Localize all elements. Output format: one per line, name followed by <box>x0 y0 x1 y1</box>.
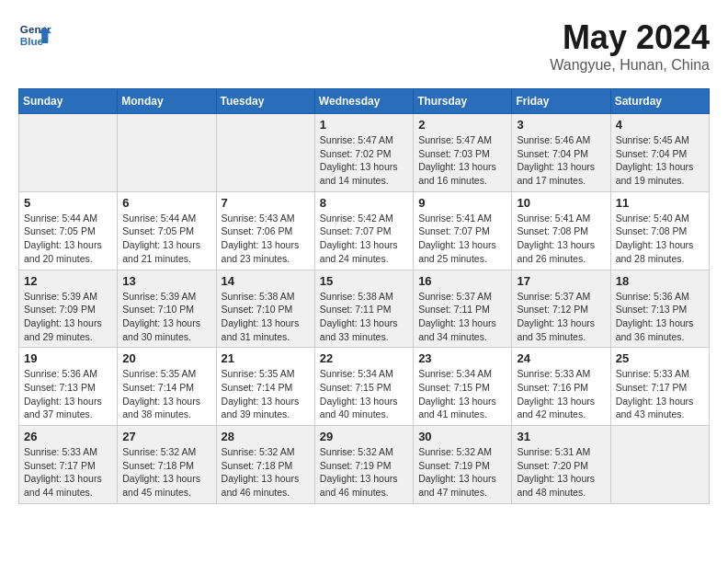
day-info: Sunrise: 5:32 AM Sunset: 7:18 PM Dayligh… <box>122 445 210 500</box>
title-block: May 2024 Wangyue, Hunan, China <box>550 18 710 74</box>
day-info: Sunrise: 5:33 AM Sunset: 7:17 PM Dayligh… <box>24 445 112 500</box>
calendar-cell: 11Sunrise: 5:40 AM Sunset: 7:08 PM Dayli… <box>610 191 709 270</box>
calendar-cell <box>118 114 216 192</box>
day-number: 10 <box>517 196 605 210</box>
day-info: Sunrise: 5:41 AM Sunset: 7:08 PM Dayligh… <box>517 212 605 266</box>
day-number: 23 <box>418 351 506 365</box>
calendar-week-row: 1Sunrise: 5:47 AM Sunset: 7:02 PM Daylig… <box>19 114 710 192</box>
day-info: Sunrise: 5:40 AM Sunset: 7:08 PM Dayligh… <box>616 212 704 266</box>
calendar-cell: 25Sunrise: 5:33 AM Sunset: 7:17 PM Dayli… <box>610 348 709 426</box>
day-info: Sunrise: 5:38 AM Sunset: 7:10 PM Dayligh… <box>222 290 310 344</box>
month-title: May 2024 <box>550 18 710 57</box>
logo: General Blue <box>18 18 55 52</box>
calendar-cell: 16Sunrise: 5:37 AM Sunset: 7:11 PM Dayli… <box>414 270 512 348</box>
day-number: 13 <box>122 274 210 288</box>
day-info: Sunrise: 5:32 AM Sunset: 7:19 PM Dayligh… <box>320 445 408 500</box>
day-number: 16 <box>418 274 506 288</box>
calendar-cell: 24Sunrise: 5:33 AM Sunset: 7:16 PM Dayli… <box>512 348 610 426</box>
header-wednesday: Wednesday <box>314 89 413 114</box>
calendar-cell: 29Sunrise: 5:32 AM Sunset: 7:19 PM Dayli… <box>314 426 413 504</box>
calendar-week-row: 5Sunrise: 5:44 AM Sunset: 7:05 PM Daylig… <box>19 191 710 270</box>
day-number: 7 <box>222 196 310 210</box>
calendar-cell: 22Sunrise: 5:34 AM Sunset: 7:15 PM Dayli… <box>314 348 413 426</box>
day-info: Sunrise: 5:43 AM Sunset: 7:06 PM Dayligh… <box>222 212 310 266</box>
day-number: 5 <box>24 196 112 210</box>
calendar-week-row: 19Sunrise: 5:36 AM Sunset: 7:13 PM Dayli… <box>19 348 710 426</box>
calendar-cell <box>216 114 314 192</box>
day-info: Sunrise: 5:34 AM Sunset: 7:15 PM Dayligh… <box>320 367 408 421</box>
day-number: 31 <box>517 430 605 443</box>
day-number: 26 <box>24 430 112 443</box>
calendar-cell: 9Sunrise: 5:41 AM Sunset: 7:07 PM Daylig… <box>414 191 512 270</box>
day-info: Sunrise: 5:31 AM Sunset: 7:20 PM Dayligh… <box>517 445 605 500</box>
calendar-cell: 3Sunrise: 5:46 AM Sunset: 7:04 PM Daylig… <box>512 114 610 192</box>
calendar-week-row: 12Sunrise: 5:39 AM Sunset: 7:09 PM Dayli… <box>19 270 710 348</box>
day-number: 2 <box>418 118 506 132</box>
calendar-cell: 14Sunrise: 5:38 AM Sunset: 7:10 PM Dayli… <box>216 270 314 348</box>
day-info: Sunrise: 5:34 AM Sunset: 7:15 PM Dayligh… <box>418 367 506 421</box>
calendar-cell: 15Sunrise: 5:38 AM Sunset: 7:11 PM Dayli… <box>314 270 413 348</box>
day-number: 3 <box>517 118 605 132</box>
calendar-cell: 8Sunrise: 5:42 AM Sunset: 7:07 PM Daylig… <box>314 191 413 270</box>
day-info: Sunrise: 5:37 AM Sunset: 7:12 PM Dayligh… <box>517 290 605 344</box>
day-number: 6 <box>122 196 210 210</box>
day-number: 1 <box>320 118 408 132</box>
header-tuesday: Tuesday <box>216 89 314 114</box>
calendar-cell: 1Sunrise: 5:47 AM Sunset: 7:02 PM Daylig… <box>314 114 413 192</box>
day-info: Sunrise: 5:44 AM Sunset: 7:05 PM Dayligh… <box>24 212 112 266</box>
day-info: Sunrise: 5:35 AM Sunset: 7:14 PM Dayligh… <box>122 367 210 421</box>
day-info: Sunrise: 5:42 AM Sunset: 7:07 PM Dayligh… <box>320 212 408 266</box>
calendar-cell: 19Sunrise: 5:36 AM Sunset: 7:13 PM Dayli… <box>19 348 118 426</box>
day-info: Sunrise: 5:32 AM Sunset: 7:19 PM Dayligh… <box>418 445 506 500</box>
day-number: 15 <box>320 274 408 288</box>
day-info: Sunrise: 5:44 AM Sunset: 7:05 PM Dayligh… <box>122 212 210 266</box>
svg-text:Blue: Blue <box>20 35 44 47</box>
calendar-header-row: SundayMondayTuesdayWednesdayThursdayFrid… <box>19 89 710 114</box>
day-info: Sunrise: 5:36 AM Sunset: 7:13 PM Dayligh… <box>24 367 112 421</box>
location-title: Wangyue, Hunan, China <box>550 57 710 74</box>
calendar-cell <box>19 114 118 192</box>
day-number: 12 <box>24 274 112 288</box>
day-number: 14 <box>222 274 310 288</box>
calendar-cell: 4Sunrise: 5:45 AM Sunset: 7:04 PM Daylig… <box>610 114 709 192</box>
day-number: 21 <box>222 351 310 365</box>
header-thursday: Thursday <box>414 89 512 114</box>
day-number: 4 <box>616 118 704 132</box>
day-number: 27 <box>122 430 210 443</box>
calendar-cell: 13Sunrise: 5:39 AM Sunset: 7:10 PM Dayli… <box>118 270 216 348</box>
day-number: 19 <box>24 351 112 365</box>
calendar-cell: 5Sunrise: 5:44 AM Sunset: 7:05 PM Daylig… <box>19 191 118 270</box>
day-number: 30 <box>418 430 506 443</box>
calendar-cell: 23Sunrise: 5:34 AM Sunset: 7:15 PM Dayli… <box>414 348 512 426</box>
day-info: Sunrise: 5:47 AM Sunset: 7:03 PM Dayligh… <box>418 133 506 188</box>
calendar-cell: 26Sunrise: 5:33 AM Sunset: 7:17 PM Dayli… <box>19 426 118 504</box>
day-info: Sunrise: 5:36 AM Sunset: 7:13 PM Dayligh… <box>616 290 704 344</box>
day-number: 8 <box>320 196 408 210</box>
calendar-cell: 12Sunrise: 5:39 AM Sunset: 7:09 PM Dayli… <box>19 270 118 348</box>
day-number: 17 <box>517 274 605 288</box>
day-info: Sunrise: 5:45 AM Sunset: 7:04 PM Dayligh… <box>616 133 704 188</box>
page-header: General Blue May 2024 Wangyue, Hunan, Ch… <box>18 18 710 74</box>
day-info: Sunrise: 5:47 AM Sunset: 7:02 PM Dayligh… <box>320 133 408 188</box>
calendar-cell: 2Sunrise: 5:47 AM Sunset: 7:03 PM Daylig… <box>414 114 512 192</box>
day-info: Sunrise: 5:39 AM Sunset: 7:10 PM Dayligh… <box>122 290 210 344</box>
day-number: 28 <box>222 430 310 443</box>
calendar-table: SundayMondayTuesdayWednesdayThursdayFrid… <box>18 88 710 504</box>
day-number: 11 <box>616 196 704 210</box>
calendar-cell: 10Sunrise: 5:41 AM Sunset: 7:08 PM Dayli… <box>512 191 610 270</box>
day-number: 18 <box>616 274 704 288</box>
day-info: Sunrise: 5:37 AM Sunset: 7:11 PM Dayligh… <box>418 290 506 344</box>
calendar-cell: 30Sunrise: 5:32 AM Sunset: 7:19 PM Dayli… <box>414 426 512 504</box>
day-number: 22 <box>320 351 408 365</box>
calendar-cell <box>610 426 709 504</box>
calendar-cell: 7Sunrise: 5:43 AM Sunset: 7:06 PM Daylig… <box>216 191 314 270</box>
calendar-cell: 20Sunrise: 5:35 AM Sunset: 7:14 PM Dayli… <box>118 348 216 426</box>
day-info: Sunrise: 5:39 AM Sunset: 7:09 PM Dayligh… <box>24 290 112 344</box>
day-number: 29 <box>320 430 408 443</box>
day-number: 20 <box>122 351 210 365</box>
calendar-cell: 27Sunrise: 5:32 AM Sunset: 7:18 PM Dayli… <box>118 426 216 504</box>
day-number: 25 <box>616 351 704 365</box>
calendar-cell: 17Sunrise: 5:37 AM Sunset: 7:12 PM Dayli… <box>512 270 610 348</box>
day-info: Sunrise: 5:32 AM Sunset: 7:18 PM Dayligh… <box>222 445 310 500</box>
logo-icon: General Blue <box>18 18 51 52</box>
